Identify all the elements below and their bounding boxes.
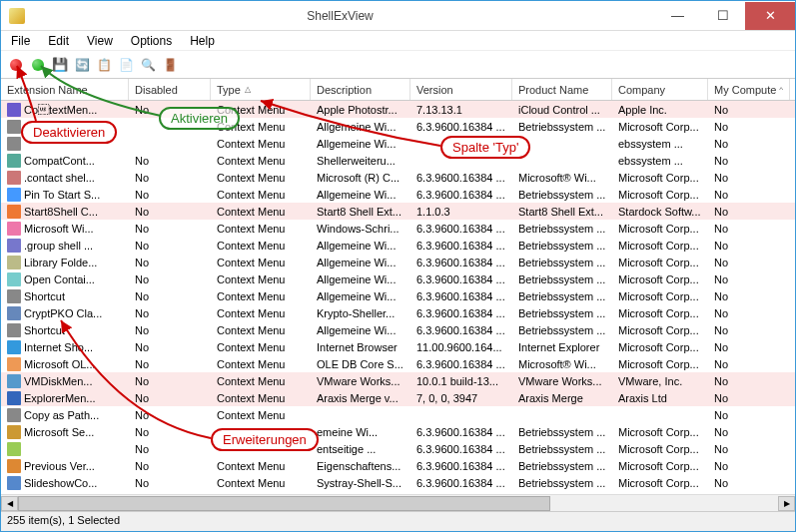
close-button[interactable]: ✕ xyxy=(745,2,795,30)
table-row[interactable]: Context MenuAllgemeine Wi...ebssystem ..… xyxy=(1,135,795,152)
table-row[interactable]: ShortcutNoContext MenuAllgemeine Wi...6.… xyxy=(1,321,795,338)
cell-description: Krypto-Sheller... xyxy=(311,306,410,320)
cell-description: Microsoft (R) C... xyxy=(311,171,410,185)
menu-view[interactable]: View xyxy=(79,32,121,50)
find-button[interactable] xyxy=(139,56,157,74)
table-row[interactable]: Microsoft OL...NoContext MenuOLE DB Core… xyxy=(1,355,795,372)
col-extension-name[interactable]: Extension Name xyxy=(1,79,129,100)
cell-disabled: No xyxy=(129,391,211,405)
col-disabled[interactable]: Disabled xyxy=(129,79,211,100)
cell-version xyxy=(410,160,512,162)
table-row[interactable]: Microsoft Se...Noemeine Wi...6.3.9600.16… xyxy=(1,423,795,440)
minimize-button[interactable]: — xyxy=(655,2,700,30)
col-type[interactable]: Type△ xyxy=(211,79,311,100)
cell-name: Microsoft Se... xyxy=(24,426,94,438)
cell-disabled: No xyxy=(129,103,211,117)
menu-options[interactable]: Options xyxy=(123,32,180,50)
cell-mycomputer: No xyxy=(708,408,790,422)
cell-type: Context Menu xyxy=(211,137,311,151)
cell-type xyxy=(211,431,311,433)
cell-name: CompatCont... xyxy=(24,155,95,167)
cell-version: 7, 0, 0, 3947 xyxy=(410,391,512,405)
cell-type: Context Menu xyxy=(211,256,311,269)
cell-version: 10.0.1 build-13... xyxy=(410,374,512,388)
table-row[interactable]: CompatCont...NoContext MenuShellerweiter… xyxy=(1,152,795,169)
menu-file[interactable]: File xyxy=(3,32,38,50)
table-row[interactable]: Context MenuAllgemeine Wi...6.3.9600.163… xyxy=(1,118,795,135)
scroll-left-button[interactable]: ◀ xyxy=(1,496,18,511)
table-row[interactable]: .contact shel...NoContext MenuMicrosoft … xyxy=(1,169,795,186)
cell-description: Allgemeine Wi... xyxy=(311,188,410,202)
cell-product: iCloud Control ... xyxy=(512,103,612,117)
cell-name: .group shell ... xyxy=(24,240,93,252)
table-row[interactable]: Pin To Start S...NoContext MenuAllgemein… xyxy=(1,186,795,203)
cell-product: Betriebssystem ... xyxy=(512,120,612,134)
cell-disabled: No xyxy=(129,425,211,439)
toolbar xyxy=(1,51,795,79)
refresh-button[interactable] xyxy=(73,56,91,74)
save-button[interactable] xyxy=(51,56,69,74)
cell-type: Context Menu xyxy=(211,289,311,303)
cell-name: SlideshowCo... xyxy=(24,477,97,489)
cell-type: Context Menu xyxy=(211,476,311,490)
table-row[interactable]: VMDiskMen...NoContext MenuVMware Works..… xyxy=(1,372,795,389)
titlebar[interactable]: ShellExView — ☐ ✕ xyxy=(1,1,795,31)
cell-name: Microsoft OL... xyxy=(24,358,96,370)
col-description[interactable]: Description xyxy=(311,79,410,100)
table-row[interactable]: Microsoft Wi...NoContext MenuWindows-Sch… xyxy=(1,220,795,237)
table-row[interactable]: Noentseitige ...6.3.9600.16384 ...Betrie… xyxy=(1,440,795,457)
cell-type: Context Menu xyxy=(211,272,311,286)
cell-disabled: No xyxy=(129,323,211,337)
cell-mycomputer: No xyxy=(708,120,790,134)
cell-company: Microsoft Corp... xyxy=(612,239,708,253)
table-row[interactable]: ShortcutNoContext MenuAllgemeine Wi...6.… xyxy=(1,287,795,304)
cell-disabled: No xyxy=(129,154,211,168)
row-icon xyxy=(7,306,21,320)
menu-edit[interactable]: Edit xyxy=(40,32,77,50)
cell-company: Microsoft Corp... xyxy=(612,222,708,236)
table-row[interactable]: ExplorerMen...NoContext MenuAraxis Merge… xyxy=(1,389,795,406)
table-row[interactable]: Library Folde...NoContext MenuAllgemeine… xyxy=(1,254,795,270)
cell-mycomputer: No xyxy=(708,323,790,337)
table-row[interactable]: CryptPKO Cla...NoContext MenuKrypto-Shel… xyxy=(1,304,795,321)
cell-name: ExplorerMen... xyxy=(24,392,96,404)
enable-button[interactable] xyxy=(29,56,47,74)
extensions-grid: Extension Name Disabled Type△ Descriptio… xyxy=(1,79,795,514)
maximize-button[interactable]: ☐ xyxy=(700,2,745,30)
cell-name: CryptPKO Cla... xyxy=(24,307,102,319)
table-row[interactable]: Co textMen...NoContext MenuApple Photost… xyxy=(1,101,795,118)
properties-button[interactable] xyxy=(117,56,135,74)
col-my-computer[interactable]: My Compute^ xyxy=(708,79,790,100)
table-row[interactable]: Internet Sho...NoContext MenuInternet Br… xyxy=(1,338,795,355)
col-company[interactable]: Company xyxy=(612,79,708,100)
cell-company: Microsoft Corp... xyxy=(612,272,708,286)
table-row[interactable]: Open Contai...NoContext MenuAllgemeine W… xyxy=(1,270,795,287)
horizontal-scrollbar[interactable]: ◀ ▶ xyxy=(1,494,795,511)
scroll-thumb[interactable] xyxy=(18,496,550,511)
table-row[interactable]: .group shell ...NoContext MenuAllgemeine… xyxy=(1,237,795,254)
col-version[interactable]: Version xyxy=(410,79,512,100)
table-row[interactable]: SlideshowCo...NoContext MenuSystray-Shel… xyxy=(1,474,795,491)
cell-name: Library Folde... xyxy=(24,257,97,268)
cell-type: Context Menu xyxy=(211,188,311,202)
scroll-right-button[interactable]: ▶ xyxy=(778,496,795,511)
cell-disabled: No xyxy=(129,272,211,286)
table-row[interactable]: Previous Ver...NoContext MenuEigenschaft… xyxy=(1,457,795,474)
disable-button[interactable] xyxy=(7,56,25,74)
row-icon xyxy=(7,340,21,354)
cell-description: Systray-Shell-S... xyxy=(311,476,410,490)
cell-product: Betriebssystem ... xyxy=(512,239,612,253)
cell-type: Context Menu xyxy=(211,391,311,405)
table-row[interactable]: Copy as Path...NoContext MenuNo xyxy=(1,406,795,423)
copy-button[interactable] xyxy=(95,56,113,74)
scroll-track[interactable] xyxy=(18,496,778,511)
cell-mycomputer: No xyxy=(708,154,790,168)
menu-help[interactable]: Help xyxy=(182,32,223,50)
row-icon xyxy=(7,171,21,185)
row-icon xyxy=(7,357,21,371)
table-row[interactable]: Start8Shell C...NoContext MenuStart8 She… xyxy=(1,203,795,220)
col-product-name[interactable]: Product Name xyxy=(512,79,612,100)
exit-button[interactable] xyxy=(161,56,179,74)
cell-description: OLE DB Core S... xyxy=(311,357,410,371)
cell-company: Stardock Softw... xyxy=(612,205,708,219)
